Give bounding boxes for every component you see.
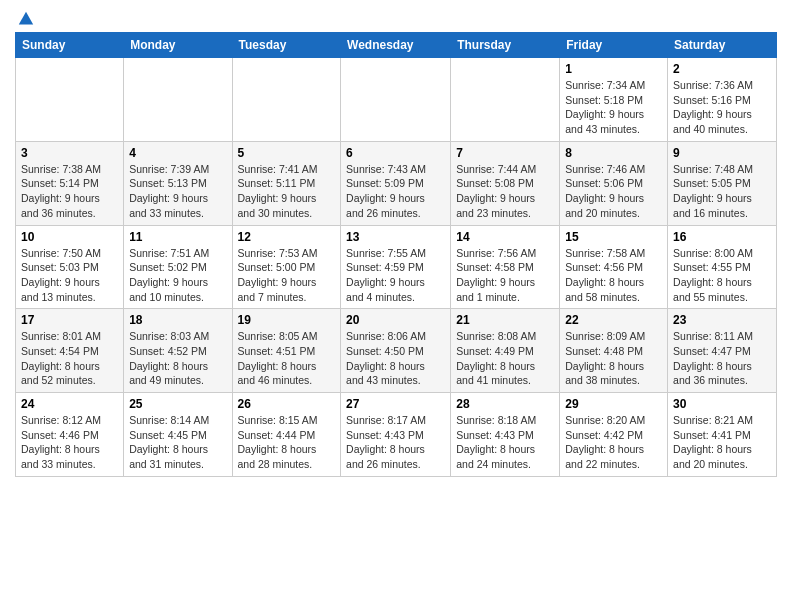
calendar-cell: 10Sunrise: 7:50 AMSunset: 5:03 PMDayligh… (16, 225, 124, 309)
day-info: Sunrise: 7:38 AMSunset: 5:14 PMDaylight:… (21, 162, 118, 221)
calendar-cell: 12Sunrise: 7:53 AMSunset: 5:00 PMDayligh… (232, 225, 341, 309)
calendar-header-cell: Friday (560, 33, 668, 58)
day-info: Sunrise: 7:43 AMSunset: 5:09 PMDaylight:… (346, 162, 445, 221)
day-info: Sunrise: 7:56 AMSunset: 4:58 PMDaylight:… (456, 246, 554, 305)
day-info: Sunrise: 7:55 AMSunset: 4:59 PMDaylight:… (346, 246, 445, 305)
day-info: Sunrise: 7:58 AMSunset: 4:56 PMDaylight:… (565, 246, 662, 305)
svg-marker-0 (19, 12, 33, 25)
calendar-cell: 6Sunrise: 7:43 AMSunset: 5:09 PMDaylight… (341, 141, 451, 225)
day-info: Sunrise: 7:53 AMSunset: 5:00 PMDaylight:… (238, 246, 336, 305)
calendar-week-row: 1Sunrise: 7:34 AMSunset: 5:18 PMDaylight… (16, 58, 777, 142)
day-number: 12 (238, 230, 336, 244)
day-number: 9 (673, 146, 771, 160)
day-info: Sunrise: 8:11 AMSunset: 4:47 PMDaylight:… (673, 329, 771, 388)
calendar-cell: 8Sunrise: 7:46 AMSunset: 5:06 PMDaylight… (560, 141, 668, 225)
calendar-cell: 18Sunrise: 8:03 AMSunset: 4:52 PMDayligh… (124, 309, 232, 393)
day-info: Sunrise: 7:48 AMSunset: 5:05 PMDaylight:… (673, 162, 771, 221)
day-number: 6 (346, 146, 445, 160)
calendar-cell (16, 58, 124, 142)
calendar-cell: 13Sunrise: 7:55 AMSunset: 4:59 PMDayligh… (341, 225, 451, 309)
day-number: 15 (565, 230, 662, 244)
day-info: Sunrise: 8:03 AMSunset: 4:52 PMDaylight:… (129, 329, 226, 388)
day-info: Sunrise: 8:09 AMSunset: 4:48 PMDaylight:… (565, 329, 662, 388)
calendar-cell: 26Sunrise: 8:15 AMSunset: 4:44 PMDayligh… (232, 393, 341, 477)
day-number: 30 (673, 397, 771, 411)
calendar-cell: 5Sunrise: 7:41 AMSunset: 5:11 PMDaylight… (232, 141, 341, 225)
day-info: Sunrise: 8:08 AMSunset: 4:49 PMDaylight:… (456, 329, 554, 388)
day-number: 21 (456, 313, 554, 327)
day-number: 27 (346, 397, 445, 411)
page: SundayMondayTuesdayWednesdayThursdayFrid… (0, 0, 792, 612)
logo-icon (17, 10, 35, 28)
calendar-header-cell: Tuesday (232, 33, 341, 58)
day-number: 19 (238, 313, 336, 327)
day-number: 16 (673, 230, 771, 244)
calendar-cell: 29Sunrise: 8:20 AMSunset: 4:42 PMDayligh… (560, 393, 668, 477)
calendar-cell: 21Sunrise: 8:08 AMSunset: 4:49 PMDayligh… (451, 309, 560, 393)
day-number: 14 (456, 230, 554, 244)
calendar-cell: 7Sunrise: 7:44 AMSunset: 5:08 PMDaylight… (451, 141, 560, 225)
day-info: Sunrise: 8:01 AMSunset: 4:54 PMDaylight:… (21, 329, 118, 388)
calendar-header-cell: Saturday (668, 33, 777, 58)
calendar-cell: 27Sunrise: 8:17 AMSunset: 4:43 PMDayligh… (341, 393, 451, 477)
day-info: Sunrise: 8:06 AMSunset: 4:50 PMDaylight:… (346, 329, 445, 388)
calendar-cell: 11Sunrise: 7:51 AMSunset: 5:02 PMDayligh… (124, 225, 232, 309)
calendar-cell: 17Sunrise: 8:01 AMSunset: 4:54 PMDayligh… (16, 309, 124, 393)
calendar-week-row: 17Sunrise: 8:01 AMSunset: 4:54 PMDayligh… (16, 309, 777, 393)
day-number: 5 (238, 146, 336, 160)
day-number: 28 (456, 397, 554, 411)
calendar-header-cell: Wednesday (341, 33, 451, 58)
day-info: Sunrise: 7:36 AMSunset: 5:16 PMDaylight:… (673, 78, 771, 137)
day-number: 1 (565, 62, 662, 76)
day-info: Sunrise: 8:21 AMSunset: 4:41 PMDaylight:… (673, 413, 771, 472)
day-info: Sunrise: 8:20 AMSunset: 4:42 PMDaylight:… (565, 413, 662, 472)
day-info: Sunrise: 7:46 AMSunset: 5:06 PMDaylight:… (565, 162, 662, 221)
calendar-header-cell: Monday (124, 33, 232, 58)
day-info: Sunrise: 7:39 AMSunset: 5:13 PMDaylight:… (129, 162, 226, 221)
calendar-cell: 14Sunrise: 7:56 AMSunset: 4:58 PMDayligh… (451, 225, 560, 309)
day-number: 26 (238, 397, 336, 411)
calendar-cell: 24Sunrise: 8:12 AMSunset: 4:46 PMDayligh… (16, 393, 124, 477)
logo (15, 10, 35, 28)
calendar-cell: 30Sunrise: 8:21 AMSunset: 4:41 PMDayligh… (668, 393, 777, 477)
day-info: Sunrise: 8:14 AMSunset: 4:45 PMDaylight:… (129, 413, 226, 472)
calendar-cell: 15Sunrise: 7:58 AMSunset: 4:56 PMDayligh… (560, 225, 668, 309)
logo-area (15, 10, 35, 24)
day-number: 8 (565, 146, 662, 160)
calendar-header: SundayMondayTuesdayWednesdayThursdayFrid… (16, 33, 777, 58)
calendar-cell: 19Sunrise: 8:05 AMSunset: 4:51 PMDayligh… (232, 309, 341, 393)
day-number: 24 (21, 397, 118, 411)
day-info: Sunrise: 8:05 AMSunset: 4:51 PMDaylight:… (238, 329, 336, 388)
day-number: 2 (673, 62, 771, 76)
calendar-cell: 20Sunrise: 8:06 AMSunset: 4:50 PMDayligh… (341, 309, 451, 393)
calendar-cell: 28Sunrise: 8:18 AMSunset: 4:43 PMDayligh… (451, 393, 560, 477)
calendar-body: 1Sunrise: 7:34 AMSunset: 5:18 PMDaylight… (16, 58, 777, 477)
calendar-cell (341, 58, 451, 142)
day-number: 29 (565, 397, 662, 411)
header (15, 10, 777, 24)
calendar-cell: 25Sunrise: 8:14 AMSunset: 4:45 PMDayligh… (124, 393, 232, 477)
calendar-cell (451, 58, 560, 142)
day-number: 25 (129, 397, 226, 411)
day-info: Sunrise: 8:00 AMSunset: 4:55 PMDaylight:… (673, 246, 771, 305)
day-info: Sunrise: 8:15 AMSunset: 4:44 PMDaylight:… (238, 413, 336, 472)
day-number: 17 (21, 313, 118, 327)
calendar-cell: 4Sunrise: 7:39 AMSunset: 5:13 PMDaylight… (124, 141, 232, 225)
day-info: Sunrise: 7:51 AMSunset: 5:02 PMDaylight:… (129, 246, 226, 305)
calendar-header-cell: Sunday (16, 33, 124, 58)
calendar-cell: 16Sunrise: 8:00 AMSunset: 4:55 PMDayligh… (668, 225, 777, 309)
day-number: 13 (346, 230, 445, 244)
day-info: Sunrise: 7:50 AMSunset: 5:03 PMDaylight:… (21, 246, 118, 305)
calendar-cell (232, 58, 341, 142)
calendar-cell: 22Sunrise: 8:09 AMSunset: 4:48 PMDayligh… (560, 309, 668, 393)
day-info: Sunrise: 8:18 AMSunset: 4:43 PMDaylight:… (456, 413, 554, 472)
day-number: 22 (565, 313, 662, 327)
day-number: 7 (456, 146, 554, 160)
calendar-week-row: 10Sunrise: 7:50 AMSunset: 5:03 PMDayligh… (16, 225, 777, 309)
calendar-cell: 3Sunrise: 7:38 AMSunset: 5:14 PMDaylight… (16, 141, 124, 225)
calendar-cell: 1Sunrise: 7:34 AMSunset: 5:18 PMDaylight… (560, 58, 668, 142)
calendar-cell: 9Sunrise: 7:48 AMSunset: 5:05 PMDaylight… (668, 141, 777, 225)
calendar-week-row: 3Sunrise: 7:38 AMSunset: 5:14 PMDaylight… (16, 141, 777, 225)
calendar-cell (124, 58, 232, 142)
day-info: Sunrise: 7:34 AMSunset: 5:18 PMDaylight:… (565, 78, 662, 137)
